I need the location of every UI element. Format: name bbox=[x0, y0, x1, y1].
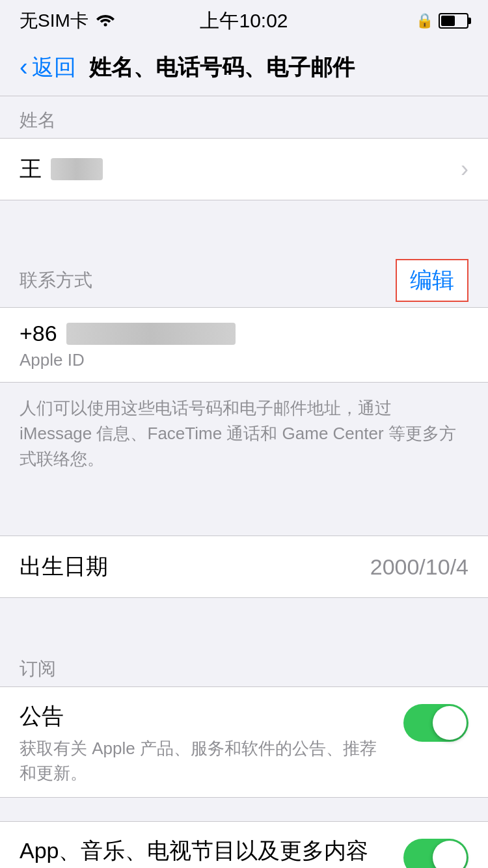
lock-icon: 🔒 bbox=[416, 12, 433, 29]
announcements-row: 公告 获取有关 Apple 产品、服务和软件的公告、推荐和更新。 bbox=[0, 686, 488, 798]
name-blurred bbox=[51, 158, 103, 180]
name-section: 姓名 王 › bbox=[0, 96, 488, 200]
contact-description: 人们可以使用这些电话号码和电子邮件地址，通过 iMessage 信息、FaceT… bbox=[0, 383, 488, 489]
svg-point-0 bbox=[103, 23, 107, 27]
subscription-section: 订阅 公告 获取有关 Apple 产品、服务和软件的公告、推荐和更新。 bbox=[0, 645, 488, 798]
birthday-section: 出生日期 2000/10/4 bbox=[0, 536, 488, 598]
birthday-value: 2000/10/4 bbox=[370, 554, 468, 580]
back-button[interactable]: ‹ 返回 bbox=[20, 53, 76, 83]
spacer-1 bbox=[0, 200, 488, 224]
subscription-section-header: 订阅 bbox=[0, 645, 488, 686]
contact-section-label: 联系方式 bbox=[20, 268, 92, 293]
carrier-label: 无SIM卡 bbox=[20, 8, 88, 33]
name-row[interactable]: 王 › bbox=[0, 138, 488, 200]
status-bar-right: 🔒 bbox=[416, 12, 468, 29]
spacer-3 bbox=[0, 598, 488, 621]
phone-blurred bbox=[66, 323, 236, 345]
birthday-label: 出生日期 bbox=[20, 552, 108, 582]
name-section-header: 姓名 bbox=[0, 96, 488, 138]
announcements-desc: 获取有关 Apple 产品、服务和软件的公告、推荐和更新。 bbox=[20, 737, 390, 785]
phone-prefix: +86 bbox=[20, 321, 57, 346]
announcements-title: 公告 bbox=[20, 701, 390, 731]
battery-icon bbox=[439, 13, 468, 29]
wifi-icon bbox=[95, 10, 116, 31]
apps-media-section: App、音乐、电视节目以及更多内容 获取有关 App、音乐、电影、电视节目、图书… bbox=[0, 821, 488, 868]
announcements-left: 公告 获取有关 Apple 产品、服务和软件的公告、推荐和更新。 bbox=[20, 701, 390, 785]
apps-media-left: App、音乐、电视节目以及更多内容 获取有关 App、音乐、电影、电视节目、图书… bbox=[20, 836, 390, 868]
apps-media-toggle[interactable] bbox=[403, 839, 468, 868]
apps-media-title: App、音乐、电视节目以及更多内容 bbox=[20, 836, 390, 866]
phone-row: +86 Apple ID bbox=[0, 307, 488, 383]
contact-header: 联系方式 编辑 bbox=[0, 247, 488, 307]
status-bar: 无SIM卡 上午10:02 🔒 bbox=[0, 0, 488, 39]
back-label: 返回 bbox=[32, 53, 76, 83]
toggle-knob-1 bbox=[433, 706, 467, 740]
name-row-chevron-icon: › bbox=[461, 156, 468, 183]
nav-title: 姓名、电话号码、电子邮件 bbox=[89, 53, 355, 83]
name-surname: 王 bbox=[20, 154, 42, 184]
name-value: 王 bbox=[20, 154, 103, 184]
birthday-row[interactable]: 出生日期 2000/10/4 bbox=[0, 536, 488, 598]
spacer-4 bbox=[0, 798, 488, 821]
spacer-2 bbox=[0, 489, 488, 512]
back-chevron-icon: ‹ bbox=[20, 55, 28, 79]
announcements-toggle[interactable] bbox=[403, 704, 468, 742]
apps-media-row: App、音乐、电视节目以及更多内容 获取有关 App、音乐、电影、电视节目、图书… bbox=[0, 821, 488, 868]
status-bar-left: 无SIM卡 bbox=[20, 8, 116, 33]
nav-bar: ‹ 返回 姓名、电话号码、电子邮件 bbox=[0, 39, 488, 96]
edit-button[interactable]: 编辑 bbox=[396, 259, 468, 302]
toggle-knob-2 bbox=[433, 841, 467, 868]
contact-section: 联系方式 编辑 +86 Apple ID bbox=[0, 247, 488, 383]
phone-number: +86 bbox=[20, 321, 468, 346]
status-bar-time: 上午10:02 bbox=[200, 8, 288, 34]
apple-id-label: Apple ID bbox=[20, 350, 468, 370]
